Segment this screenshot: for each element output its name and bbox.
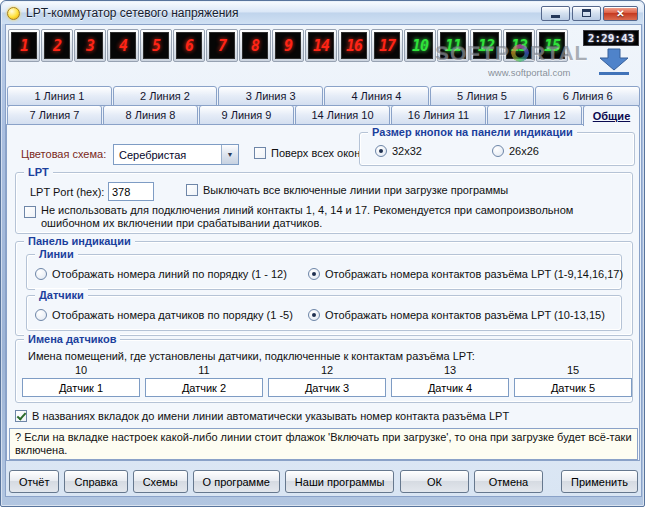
window-controls: ✕ bbox=[541, 6, 638, 21]
sensor-name-input[interactable] bbox=[514, 378, 632, 397]
unused-contacts-checkbox[interactable]: Не использовать для подключения линий ко… bbox=[24, 204, 626, 230]
app-icon-lightbulb bbox=[7, 7, 20, 20]
line-tab[interactable]: 8 Линия 8 bbox=[103, 105, 198, 125]
sensor-led-button[interactable]: 15 bbox=[536, 29, 568, 62]
led-screen: 12 bbox=[473, 32, 499, 59]
color-scheme-value: Серебристая bbox=[114, 145, 221, 164]
maximize-icon bbox=[582, 9, 591, 17]
tab-general[interactable]: Общие bbox=[583, 105, 640, 126]
led-screen: 2 bbox=[44, 32, 70, 59]
always-on-top-checkbox[interactable]: Поверх всех окон bbox=[254, 147, 360, 159]
lines-order-radio[interactable]: Отображать номера линий по порядку (1 - … bbox=[35, 268, 287, 280]
sensor-led-button[interactable]: 12 bbox=[470, 29, 502, 62]
sensor-contact-number: 11 bbox=[198, 364, 209, 376]
line-led-button[interactable]: 4 bbox=[107, 29, 139, 62]
sensors-contacts-radio[interactable]: Отображать номера контактов разъёма LPT … bbox=[308, 309, 605, 321]
sensor-name-input[interactable] bbox=[268, 378, 386, 397]
clock-value: 2:29:43 bbox=[588, 32, 634, 45]
lines-group: Линии Отображать номера линий по порядку… bbox=[26, 254, 622, 290]
line-tab[interactable]: 1 Линия 1 bbox=[7, 86, 112, 106]
sensors-order-radio[interactable]: Отображать номера датчиков по порядку (1… bbox=[35, 309, 293, 321]
sensor-names-description: Имена помещений, где установлены датчики… bbox=[28, 350, 475, 362]
title-bar[interactable]: LPT-коммутатор сетевого напряжения ✕ bbox=[2, 2, 643, 24]
line-led-button[interactable]: 8 bbox=[239, 29, 271, 62]
led-screen: 16 bbox=[341, 32, 367, 59]
schemes-button[interactable]: Схемы bbox=[133, 470, 188, 493]
footer-button-bar: Отчёт Справка Схемы О программе Наши про… bbox=[9, 470, 638, 493]
radio-mark bbox=[308, 268, 320, 280]
line-tab[interactable]: 16 Линия 11 bbox=[391, 105, 486, 125]
led-screen: 8 bbox=[242, 32, 268, 59]
ok-button[interactable]: ОК bbox=[400, 470, 469, 493]
about-button[interactable]: О программе bbox=[193, 470, 280, 493]
cancel-button[interactable]: Отмена bbox=[474, 470, 543, 493]
line-tab[interactable]: 5 Линия 5 bbox=[430, 86, 535, 106]
general-panel: Цветовая схема: Серебристая ▼ Поверх все… bbox=[6, 124, 640, 461]
minimize-button[interactable] bbox=[541, 6, 570, 21]
checkbox-box bbox=[186, 184, 198, 196]
led-screen: 5 bbox=[143, 32, 169, 59]
switch-off-lines-checkbox[interactable]: Выключать все включенные линии при загру… bbox=[186, 184, 508, 196]
led-screen: 7 bbox=[209, 32, 235, 59]
lpt-port-input[interactable] bbox=[108, 182, 154, 201]
line-tab[interactable]: 4 Линия 4 bbox=[324, 86, 429, 106]
size-26-radio[interactable]: 26x26 bbox=[492, 145, 539, 157]
tab-naming-checkbox[interactable]: В названиях вкладок до имени линии автом… bbox=[15, 410, 509, 422]
line-led-button[interactable]: 6 bbox=[173, 29, 205, 62]
chevron-down-icon[interactable]: ▼ bbox=[221, 145, 238, 164]
color-scheme-select[interactable]: Серебристая ▼ bbox=[113, 144, 239, 165]
lines-contacts-radio[interactable]: Отображать номера контактов разъёма LPT … bbox=[308, 268, 623, 280]
report-button[interactable]: Отчёт bbox=[9, 470, 59, 493]
line-led-button[interactable]: 14 bbox=[305, 29, 337, 62]
led-screen: 11 bbox=[440, 32, 466, 59]
line-led-button[interactable]: 3 bbox=[74, 29, 106, 62]
checkbox-box bbox=[254, 147, 266, 159]
tab-row-2: 7 Линия 7 8 Линия 8 9 Линия 9 14 Линия 1… bbox=[7, 105, 640, 125]
radio-mark bbox=[35, 268, 47, 280]
sensor-contact-number: 15 bbox=[567, 364, 579, 376]
line-led-button[interactable]: 1 bbox=[8, 29, 40, 62]
line-tab[interactable]: 17 Линия 12 bbox=[487, 105, 582, 125]
led-screen: 1 bbox=[11, 32, 37, 59]
line-tab[interactable]: 9 Линия 9 bbox=[199, 105, 294, 125]
led-screen: 6 bbox=[176, 32, 202, 59]
line-tab[interactable]: 7 Линия 7 bbox=[7, 105, 102, 125]
apply-button[interactable]: Применить bbox=[561, 470, 638, 493]
led-screen: 15 bbox=[539, 32, 565, 59]
sensors-group: Датчики Отображать номера датчиков по по… bbox=[26, 295, 622, 331]
led-screen: 9 bbox=[275, 32, 301, 59]
line-tab[interactable]: 14 Линия 10 bbox=[295, 105, 390, 125]
line-led-button[interactable]: 9 bbox=[272, 29, 304, 62]
sensor-contact-number: 12 bbox=[321, 364, 333, 376]
app-window: LPT-коммутатор сетевого напряжения ✕ 1 2… bbox=[0, 0, 645, 507]
our-programs-button[interactable]: Наши программы bbox=[285, 470, 395, 493]
checkbox-box-checked bbox=[15, 410, 27, 422]
sensor-name-input[interactable] bbox=[145, 378, 263, 397]
help-button[interactable]: Справка bbox=[64, 470, 127, 493]
size-32-radio[interactable]: 32x32 bbox=[375, 145, 422, 157]
maximize-button[interactable] bbox=[572, 6, 601, 21]
line-led-button[interactable]: 2 bbox=[41, 29, 73, 62]
radio-mark bbox=[375, 145, 387, 157]
sensor-name-input[interactable] bbox=[22, 378, 140, 397]
line-led-button[interactable]: 7 bbox=[206, 29, 238, 62]
sensor-names-group: Имена датчиков Имена помещений, где уста… bbox=[15, 339, 633, 403]
sensor-column: 13 bbox=[391, 364, 509, 397]
led-screen: 10 bbox=[407, 32, 433, 59]
sensor-name-input[interactable] bbox=[391, 378, 509, 397]
line-tab[interactable]: 6 Линия 6 bbox=[535, 86, 640, 106]
sensor-led-button[interactable]: 13 bbox=[503, 29, 535, 62]
close-button[interactable]: ✕ bbox=[603, 6, 638, 21]
line-led-button[interactable]: 5 bbox=[140, 29, 172, 62]
line-led-button[interactable]: 17 bbox=[371, 29, 403, 62]
sensor-column: 11 bbox=[145, 364, 263, 397]
line-tab[interactable]: 3 Линия 3 bbox=[218, 86, 323, 106]
led-screen: 14 bbox=[308, 32, 334, 59]
tab-row-1: 1 Линия 1 2 Линия 2 3 Линия 3 4 Линия 4 … bbox=[7, 86, 640, 106]
line-led-button[interactable]: 16 bbox=[338, 29, 370, 62]
sensor-led-button[interactable]: 11 bbox=[437, 29, 469, 62]
clock-display: 2:29:43 bbox=[583, 30, 639, 46]
line-tab[interactable]: 2 Линия 2 bbox=[113, 86, 218, 106]
sensor-led-button[interactable]: 10 bbox=[404, 29, 436, 62]
led-screen: 17 bbox=[374, 32, 400, 59]
